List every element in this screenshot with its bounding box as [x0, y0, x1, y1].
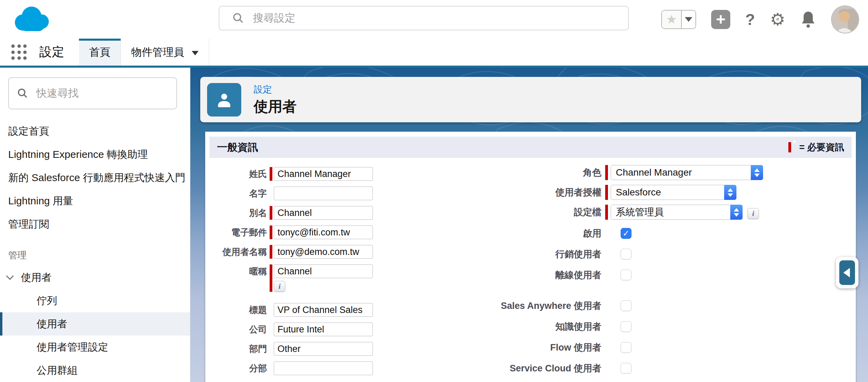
field-label: Sales Anywhere 使用者 — [424, 300, 601, 312]
form-row: Flow 使用者 — [424, 341, 763, 354]
checkbox[interactable] — [621, 342, 632, 353]
field-label: 角色 — [424, 166, 601, 179]
chevron-up-icon — [754, 168, 760, 172]
sidebar-item[interactable]: 新的 Salesforce 行動應用程式快速入門 — [0, 166, 190, 189]
field-control — [274, 187, 373, 200]
help-button[interactable]: ? — [745, 10, 755, 29]
text-input[interactable] — [274, 245, 373, 259]
field-control — [274, 226, 373, 239]
star-icon[interactable]: ★ — [662, 11, 681, 28]
checkbox[interactable] — [621, 321, 632, 332]
field-label: 使用者授權 — [424, 186, 601, 199]
field-control — [274, 206, 373, 220]
text-input[interactable] — [274, 226, 373, 239]
favorites-caret-button[interactable] — [681, 11, 695, 28]
global-search[interactable] — [219, 6, 629, 30]
global-actions-button[interactable]: + — [711, 10, 730, 29]
field-label: 行銷使用者 — [424, 248, 601, 260]
text-input[interactable] — [274, 323, 373, 336]
required-legend-text: = 必要資訊 — [799, 141, 844, 153]
user-avatar[interactable] — [831, 5, 859, 33]
select-dropdown[interactable]: 系統管理員 — [611, 205, 743, 220]
users-object-icon — [207, 83, 241, 117]
field-label: 使用者名稱 — [205, 245, 267, 259]
breadcrumb-setup-link[interactable]: 設定 — [254, 83, 297, 96]
favorites-button[interactable]: ★ — [661, 10, 696, 29]
info-icon[interactable]: i — [747, 208, 759, 219]
quick-find-box[interactable] — [8, 77, 177, 109]
global-search-input[interactable] — [253, 12, 628, 24]
select-stepper-icon — [724, 185, 736, 200]
required-bar-icon — [270, 226, 272, 239]
form-left-column: 姓氏名字別名電子郵件使用者名稱暱稱i標題公司部門分部 — [205, 167, 373, 381]
sidebar-item[interactable]: Lightning Experience 轉換助理 — [0, 143, 190, 166]
text-input[interactable] — [274, 187, 373, 200]
page-title: 使用者 — [254, 97, 297, 116]
chevron-down-icon — [192, 51, 199, 55]
sidebar-item[interactable]: 使用者 — [0, 312, 190, 336]
app-nav-bar: 設定 首頁物件管理員 — [0, 39, 868, 68]
tab-home[interactable]: 首頁 — [79, 39, 121, 66]
form-row: 姓氏 — [205, 167, 373, 181]
checkbox[interactable] — [621, 249, 632, 260]
sidebar-item[interactable]: Lightning 用量 — [0, 189, 190, 213]
setup-content-area: 設定 使用者 一般資訊 * = 必要資訊 姓氏名字別名電子郵件使用者名稱暱稱i標… — [190, 68, 868, 382]
field-label: 姓氏 — [205, 167, 267, 181]
chevron-down-icon — [6, 272, 14, 280]
chevron-up-icon — [734, 208, 739, 212]
info-icon[interactable]: i — [274, 281, 285, 292]
text-input[interactable] — [274, 303, 373, 317]
text-input[interactable] — [274, 206, 373, 220]
field-label: 公司 — [205, 323, 267, 336]
sidebar-item[interactable]: 公用群組 — [0, 359, 190, 382]
text-input[interactable] — [274, 361, 373, 375]
form-row: 名字 — [205, 187, 373, 200]
tab-label: 首頁 — [89, 45, 110, 59]
form-row: 使用者授權Salesforce — [424, 185, 763, 200]
section-header: 一般資訊 * = 必要資訊 — [209, 137, 852, 158]
setup-gear-button[interactable]: ⚙ ⚡ — [770, 11, 785, 28]
sidebar-tree-parent[interactable]: 使用者 — [0, 266, 190, 289]
select-stepper-icon — [751, 165, 763, 180]
text-input[interactable] — [274, 264, 373, 278]
required-bar-icon — [270, 361, 272, 375]
text-input[interactable] — [274, 167, 373, 181]
form-row: 離線使用者 — [424, 269, 763, 281]
required-bar-icon — [270, 342, 272, 356]
select-value: Salesforce — [611, 187, 678, 198]
sidebar-item-label: 使用者 — [21, 266, 52, 289]
quick-find-input[interactable] — [36, 87, 176, 99]
chevron-down-icon — [685, 17, 692, 22]
page-header-card: 設定 使用者 — [200, 77, 861, 122]
triangle-left-icon — [843, 268, 850, 277]
field-label: 暱稱 — [205, 264, 267, 292]
form-row: 標題 — [205, 303, 373, 317]
checkbox[interactable] — [621, 363, 632, 374]
notifications-bell-icon[interactable] — [800, 11, 816, 28]
checkbox[interactable] — [621, 270, 632, 281]
sidebar-item[interactable]: 佇列 — [0, 289, 190, 312]
sidebar-item[interactable]: 使用者管理設定 — [0, 336, 190, 359]
field-label: 部門 — [205, 342, 267, 356]
checkbox[interactable]: ✓ — [621, 228, 632, 239]
field-control — [274, 361, 373, 375]
sidebar-item[interactable]: 管理訂閱 — [0, 213, 190, 236]
app-launcher-waffle-icon[interactable] — [11, 44, 27, 60]
sidebar-item[interactable]: 設定首頁 — [0, 120, 190, 143]
select-dropdown[interactable]: Salesforce — [611, 185, 736, 200]
field-control — [274, 245, 373, 259]
chevron-down-icon — [734, 213, 739, 217]
user-edit-form-card: 一般資訊 * = 必要資訊 姓氏名字別名電子郵件使用者名稱暱稱i標題公司部門分部… — [205, 132, 856, 382]
form-row: Sales Anywhere 使用者 — [424, 300, 763, 312]
form-row: 設定檔系統管理員i — [424, 205, 763, 220]
tab-object-manager[interactable]: 物件管理員 — [121, 39, 209, 66]
form-row: 部門 — [205, 342, 373, 356]
select-dropdown[interactable]: Channel Manager — [611, 165, 763, 180]
checkbox[interactable] — [621, 300, 632, 311]
select-value: Channel Manager — [611, 167, 709, 178]
collapse-panel-toggle[interactable] — [836, 257, 858, 288]
text-input[interactable] — [274, 342, 373, 356]
form-row: 行銷使用者 — [424, 248, 763, 260]
chevron-up-icon — [728, 188, 733, 192]
salesforce-logo — [10, 4, 55, 35]
